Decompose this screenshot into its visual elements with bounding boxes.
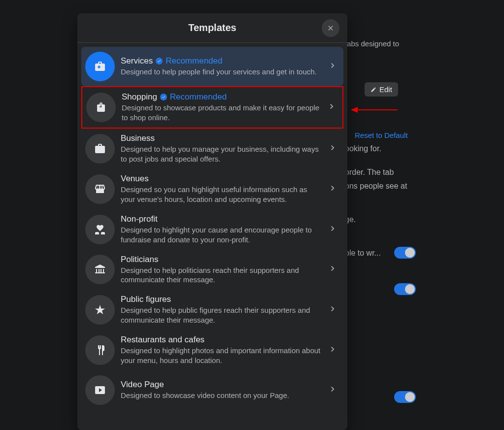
- bg-text-fragment: ons people see at: [345, 182, 424, 191]
- video-icon: [85, 375, 115, 405]
- template-item-public-figures[interactable]: Public figuresDesigned to help public fi…: [81, 290, 343, 330]
- briefcase-icon: [85, 134, 115, 164]
- template-list: ServicesRecommendedDesigned to help peop…: [77, 43, 347, 430]
- template-item-venues[interactable]: VenuesDesigned so you can highlight usef…: [81, 169, 343, 209]
- toggle-switch[interactable]: [394, 391, 416, 403]
- template-item-video-page[interactable]: Video PageDesigned to showcase video con…: [81, 370, 343, 410]
- reset-to-default-link[interactable]: Reset to Default: [355, 131, 424, 139]
- star-icon: [85, 295, 115, 325]
- bg-text-fragment: tabs designed to: [345, 39, 424, 48]
- template-name-row: Video Page: [121, 380, 322, 390]
- template-content: BusinessDesigned to help you manage your…: [115, 133, 328, 164]
- template-description: Designed to highlight photos and importa…: [121, 346, 322, 365]
- close-button[interactable]: [322, 19, 339, 37]
- template-description: Designed so you can highlight useful inf…: [121, 185, 322, 204]
- background-settings-partial: tabs designed to Edit Reset to Default o…: [345, 39, 424, 394]
- template-name: Video Page: [121, 380, 164, 390]
- template-content: Video PageDesigned to showcase video con…: [115, 380, 328, 400]
- template-name: Non-profit: [121, 214, 158, 224]
- templates-modal: Templates ServicesRecommendedDesigned to…: [77, 13, 347, 430]
- edit-button[interactable]: Edit: [365, 82, 398, 97]
- bg-text-fragment: ooking for.: [345, 144, 424, 153]
- storefront-icon: [85, 174, 115, 204]
- bg-text-fragment: ge.: [345, 215, 424, 224]
- chevron-right-icon: [328, 264, 339, 275]
- chevron-right-icon: [328, 384, 339, 396]
- template-content: ShoppingRecommendedDesigned to showcase …: [116, 92, 327, 123]
- toggle-knob: [405, 248, 415, 258]
- government-icon: [85, 255, 115, 284]
- template-description: Designed to help politicians reach their…: [121, 265, 322, 285]
- edit-button-label: Edit: [379, 85, 392, 94]
- template-name: Venues: [121, 174, 149, 184]
- chevron-right-icon: [328, 143, 339, 155]
- template-name: Politicians: [121, 255, 159, 265]
- template-name-row: Restaurants and cafes: [121, 335, 322, 345]
- template-name-row: Non-profit: [121, 214, 322, 224]
- toggle-switch[interactable]: [394, 247, 416, 259]
- template-description: Designed to help you manage your busines…: [121, 144, 322, 164]
- template-description: Designed to showcase video content on yo…: [121, 391, 322, 400]
- template-description: Designed to help public figures reach th…: [121, 305, 322, 325]
- template-content: Public figuresDesigned to help public fi…: [115, 295, 328, 325]
- chevron-right-icon: [328, 224, 339, 235]
- template-name: Services: [121, 56, 153, 66]
- template-name-row: Politicians: [121, 255, 322, 265]
- toggle-knob: [405, 284, 415, 294]
- close-icon: [327, 24, 335, 32]
- chevron-right-icon: [328, 183, 339, 195]
- template-item-restaurants-and-cafes[interactable]: Restaurants and cafesDesigned to highlig…: [81, 330, 343, 370]
- template-item-business[interactable]: BusinessDesigned to help you manage your…: [81, 129, 343, 169]
- briefcase-plus-icon: [85, 52, 115, 81]
- template-content: ServicesRecommendedDesigned to help peop…: [115, 56, 328, 77]
- template-name-row: ShoppingRecommended: [122, 92, 321, 102]
- modal-header: Templates: [77, 13, 347, 43]
- template-item-politicians[interactable]: PoliticiansDesigned to help politicians …: [81, 250, 343, 290]
- template-name-row: ServicesRecommended: [121, 56, 322, 66]
- template-content: Non-profitDesigned to highlight your cau…: [115, 214, 328, 245]
- template-name-row: Public figures: [121, 295, 322, 304]
- toggle-switch[interactable]: [394, 283, 416, 295]
- template-content: PoliticiansDesigned to help politicians …: [115, 255, 328, 285]
- annotation-arrow: [351, 105, 398, 117]
- bg-text-fragment: order. The tab: [345, 168, 424, 177]
- bag-icon: [86, 93, 116, 122]
- pencil-icon: [370, 87, 376, 93]
- template-name-row: Venues: [121, 174, 322, 184]
- chevron-right-icon: [328, 344, 339, 356]
- chevron-right-icon: [328, 61, 339, 72]
- modal-title: Templates: [188, 22, 236, 33]
- template-name: Public figures: [121, 295, 171, 304]
- template-name: Shopping: [122, 92, 157, 102]
- template-description: Designed to showcase products and make i…: [122, 103, 321, 123]
- template-name-row: Business: [121, 133, 322, 143]
- chevron-right-icon: [327, 101, 338, 113]
- template-item-services[interactable]: ServicesRecommendedDesigned to help peop…: [81, 47, 343, 86]
- heart-hands-icon: [85, 215, 115, 244]
- template-content: VenuesDesigned so you can highlight usef…: [115, 174, 328, 204]
- template-item-non-profit[interactable]: Non-profitDesigned to highlight your cau…: [81, 209, 343, 250]
- utensils-icon: [85, 335, 115, 365]
- template-name: Business: [121, 133, 155, 143]
- template-content: Restaurants and cafesDesigned to highlig…: [115, 335, 328, 365]
- check-badge-icon: [160, 94, 167, 100]
- chevron-right-icon: [328, 304, 339, 316]
- template-description: Designed to help people find your servic…: [121, 67, 322, 77]
- template-item-shopping[interactable]: ShoppingRecommendedDesigned to showcase …: [81, 86, 343, 129]
- toggle-knob: [405, 392, 415, 402]
- template-description: Designed to highlight your cause and enc…: [121, 225, 322, 245]
- svg-marker-1: [351, 107, 358, 113]
- check-badge-icon: [156, 58, 163, 65]
- template-name: Restaurants and cafes: [121, 335, 204, 345]
- recommended-label: Recommended: [166, 56, 222, 66]
- recommended-label: Recommended: [170, 92, 227, 102]
